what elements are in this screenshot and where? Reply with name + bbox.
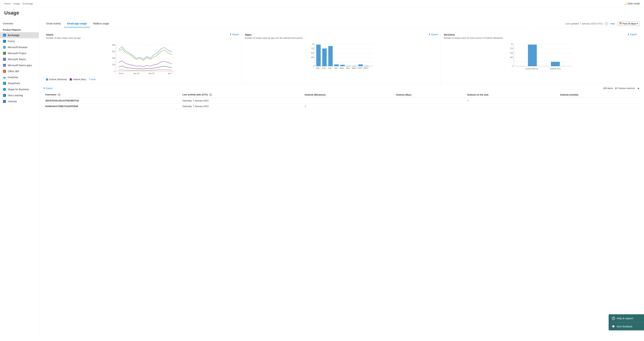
columns-icon: ⊞ [615, 87, 617, 90]
username-info-icon[interactable]: ⓘ [58, 94, 60, 96]
floating-panel: ? Help & support 💬 Give feedback [608, 314, 644, 330]
help-link[interactable]: Help [610, 22, 615, 25]
project-icon: P [3, 52, 6, 55]
svg-text:O: O [4, 70, 5, 72]
moon-icon: 🌙 [624, 2, 627, 5]
tabs-bar: Email activity Email app usage Mailbox u… [43, 18, 640, 28]
table-body: 3DC67DAE1351ACF5E3B57CB Saturday, 7 Janu… [43, 98, 640, 109]
table-export-button[interactable]: ⬇ Export [43, 87, 52, 90]
svg-text:Mail...: Mail... [346, 67, 351, 69]
tabs: Email activity Email app usage Mailbox u… [43, 20, 112, 27]
sidebar-label-office365: Office 365 [8, 70, 19, 73]
chevron-down-icon: ▾ [636, 22, 638, 25]
sidebar-item-yammer[interactable]: Y Yammer [0, 98, 39, 104]
svg-text:T: T [4, 58, 4, 60]
sidebar-item-forms[interactable]: F Forms [0, 38, 39, 44]
chart-panel-versions: Versions ⬇ Export Number of unique users… [441, 30, 640, 84]
sidebar-item-microsoft-teams[interactable]: T Microsoft Teams [0, 56, 39, 62]
help-icon-circle: ? [605, 22, 608, 25]
teams-icon: T [3, 58, 6, 61]
cell-outlook-windows-1 [302, 98, 394, 104]
help-support-button[interactable]: ? Help & support [608, 314, 644, 322]
sidebar-item-onedrive[interactable]: OneDrive [0, 74, 39, 80]
svg-text:E: E [4, 34, 5, 36]
scroll-up-icon[interactable]: ▲ [637, 86, 640, 90]
sidebar-item-microsoft-teams-apps[interactable]: TA Microsoft Teams apps [0, 62, 39, 68]
tabs-meta: Last updated: 7 January 2023 (UTC) ? Hel… [566, 22, 640, 26]
svg-text:SMTP...: SMTP... [364, 67, 370, 69]
export-users-button[interactable]: ⬇ Export [230, 33, 239, 36]
svg-text:420: 420 [112, 57, 115, 59]
svg-text:840: 840 [112, 44, 115, 46]
svg-text:510: 510 [510, 52, 513, 54]
breadcrumb-usage[interactable]: Usage [13, 2, 20, 5]
svg-rect-55 [322, 48, 327, 66]
sidebar-label-project: Microsoft Project [8, 52, 26, 55]
table-meta: 100 items ⊞ Choose columns ▲ [603, 86, 640, 90]
legend-more-link[interactable]: 7 more [89, 78, 96, 81]
sidebar: Overview Product Reports E Exchange F Fo… [0, 18, 39, 338]
chart-title-apps: Apps [245, 33, 252, 36]
give-feedback-label: Give feedback [616, 325, 632, 328]
give-feedback-button[interactable]: 💬 Give feedback [608, 322, 644, 330]
teams-apps-icon: TA [3, 64, 6, 67]
download-icon-versions: ⬇ [628, 33, 630, 36]
svg-text:POP3...: POP3... [358, 67, 364, 69]
col-header-outlook-windows: Outlook (Windows) [302, 92, 394, 98]
choose-columns-button[interactable]: ⊞ Choose columns [615, 87, 635, 90]
bar-chart-container-versions: 1k 770 510 260 0 Outlook (Micros... Outl… [444, 42, 637, 77]
svg-text:Outl...: Outl... [322, 67, 327, 69]
dark-mode-label: Dark mode [628, 2, 640, 5]
last-activity-info-icon[interactable]: ⓘ [209, 94, 212, 96]
svg-text:1k: 1k [312, 43, 314, 45]
main-content: Email activity Email app usage Mailbox u… [39, 18, 644, 338]
sidebar-item-viva-learning[interactable]: V Viva Learning [0, 92, 39, 98]
legend-color-mac [70, 78, 72, 80]
breadcrumb-home[interactable]: Home [4, 2, 10, 5]
sidebar-item-microsoft-browser[interactable]: Microsoft Browser [0, 44, 39, 50]
svg-text:F: F [4, 40, 4, 42]
items-count: 100 items [603, 87, 613, 90]
table-header-row: Username ⓘ Last activity date (UTC) ⓘ Ou… [43, 92, 640, 98]
export-apps-button[interactable]: ⬇ Export [428, 33, 438, 36]
download-icon: ⬇ [230, 33, 232, 36]
col-header-outlook-web: Outlook on the web [465, 92, 558, 98]
export-versions-button[interactable]: ⬇ Export [628, 33, 637, 36]
sidebar-item-sharepoint[interactable]: S SharePoint [0, 80, 39, 86]
sidebar-item-microsoft-project[interactable]: P Microsoft Project [0, 50, 39, 56]
svg-text:Outlook (Micros...: Outlook (Micros... [526, 68, 539, 70]
cell-outlook-web-2 [465, 104, 558, 109]
sidebar-item-office365[interactable]: O Office 365 [0, 68, 39, 74]
svg-text:0: 0 [313, 65, 314, 67]
svg-rect-85 [528, 44, 537, 66]
tab-email-activity[interactable]: Email activity [43, 20, 64, 28]
line-chart-container: 840 630 420 210 0 Dec 9 Dec 18 Dec 29 Ja… [46, 42, 239, 77]
svg-rect-58 [340, 65, 345, 66]
tab-mailbox-usage[interactable]: Mailbox usage [90, 20, 112, 28]
sidebar-label-skype: Skype for Business [8, 88, 29, 91]
svg-text:0: 0 [512, 65, 513, 67]
svg-text:Y: Y [4, 100, 5, 102]
exchange-icon: E [3, 34, 6, 37]
office365-icon: O [3, 70, 6, 73]
sidebar-section-product-reports: Product Reports [0, 26, 39, 32]
svg-point-16 [3, 77, 5, 78]
sidebar-item-overview[interactable]: Overview [0, 21, 39, 26]
svg-text:260: 260 [311, 56, 314, 58]
feedback-icon: 💬 [612, 325, 615, 328]
cell-last-activity-1: Saturday, 7 January 2023 [180, 98, 302, 104]
svg-text:IMAP...: IMAP... [352, 67, 358, 69]
sidebar-label-exchange: Exchange [8, 34, 20, 37]
dark-mode-button[interactable]: 🌙 Dark mode [624, 2, 640, 5]
svg-text:V: V [4, 94, 5, 96]
charts-area: Users ⬇ Export Number of daily unique us… [43, 30, 640, 84]
line-chart-svg: 840 630 420 210 0 Dec 9 Dec 18 Dec 29 Ja… [46, 42, 239, 77]
period-selector[interactable]: 📅 Past 30 days ▾ [617, 22, 640, 26]
sidebar-item-skype[interactable]: S Skype for Business [0, 86, 39, 92]
cell-last-activity-2: Saturday, 7 January 2023 [180, 104, 302, 109]
col-header-outlook-mac: Outlook (Mac) [394, 92, 465, 98]
tab-email-app-usage[interactable]: Email app usage [64, 20, 90, 28]
download-icon-apps: ⬇ [428, 33, 430, 36]
sidebar-item-exchange[interactable]: E Exchange [0, 32, 39, 38]
table-row: 3DC67DAE1351ACF5E3B57CB Saturday, 7 Janu… [43, 98, 640, 104]
